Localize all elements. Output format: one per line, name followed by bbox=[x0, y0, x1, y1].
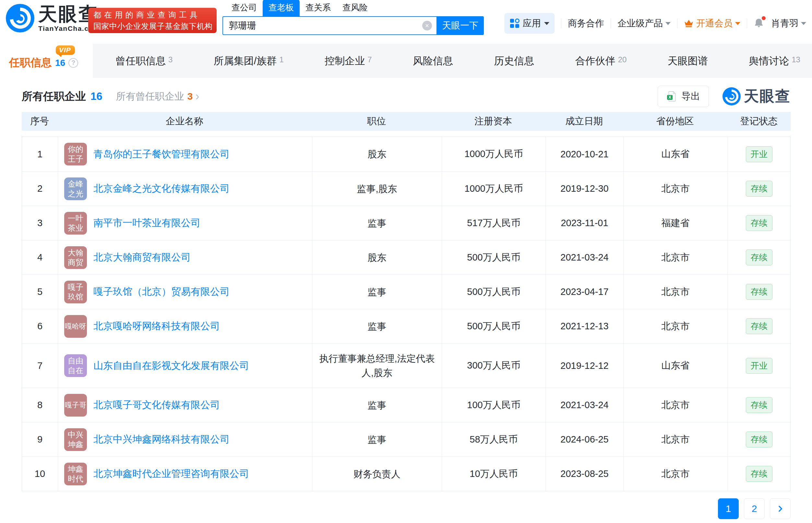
province-text: 福建省 bbox=[662, 217, 690, 230]
excel-icon: X bbox=[666, 91, 678, 102]
tianyancha-swirl-icon bbox=[722, 87, 741, 105]
tab-past-employment[interactable]: 曾任职信息 3 bbox=[115, 54, 172, 68]
position-text: 股东 bbox=[368, 147, 387, 161]
row-index: 4 bbox=[37, 252, 42, 263]
help-icon[interactable]: ? bbox=[69, 58, 78, 68]
company-link[interactable]: 北京大翰商贸有限公司 bbox=[93, 251, 191, 264]
company-link[interactable]: 嘎子玖馆（北京）贸易有限公司 bbox=[93, 285, 229, 299]
next-page-button[interactable] bbox=[770, 498, 791, 519]
promo-line1: 都在用的商业查询工具 bbox=[93, 9, 211, 20]
past-companies-label: 所有曾任职企业 bbox=[116, 90, 184, 103]
company-link[interactable]: 北京坤鑫时代企业管理咨询有限公司 bbox=[93, 467, 249, 481]
table-body: 1 你的王子 青岛你的王子餐饮管理有限公司 股东 1000万人民币 2020-1… bbox=[22, 137, 791, 491]
tab-group[interactable]: 所属集团/族群 1 bbox=[214, 54, 284, 68]
user-menu[interactable]: 肖青羽 bbox=[771, 17, 806, 30]
apps-button[interactable]: 应用 bbox=[504, 13, 555, 34]
tab-label: 天眼图谱 bbox=[668, 54, 708, 68]
notification-bell[interactable] bbox=[754, 18, 765, 29]
province-text: 北京市 bbox=[662, 399, 690, 412]
past-companies-count: 3 bbox=[187, 91, 193, 102]
section-count: 16 bbox=[91, 90, 103, 103]
province-text: 山东省 bbox=[662, 148, 690, 161]
established-date-text: 2019-12-30 bbox=[560, 183, 608, 194]
tab-graph[interactable]: 天眼图谱 bbox=[668, 54, 708, 68]
divider bbox=[747, 18, 747, 28]
table-row: 5 嘎子玖馆 嘎子玖馆（北京）贸易有限公司 监事 500万人民币 2023-04… bbox=[22, 274, 790, 309]
company-link[interactable]: 北京中兴坤鑫网络科技有限公司 bbox=[93, 433, 229, 446]
row-index: 8 bbox=[37, 400, 42, 410]
search-tab-company[interactable]: 查公司 bbox=[226, 0, 263, 16]
menu-item-vip[interactable]: 开通会员 bbox=[684, 17, 740, 30]
table-row: 4 大翰商贸 北京大翰商贸有限公司 股东 500万人民币 2021-03-24 … bbox=[22, 240, 790, 274]
table-header-row: 序号 企业名称 职位 注册资本 成立日期 省份地区 登记状态 bbox=[22, 112, 791, 131]
search-input[interactable] bbox=[222, 16, 437, 35]
tab-count: 13 bbox=[792, 55, 800, 64]
province-text: 北京市 bbox=[662, 251, 690, 264]
table-row: 7 自由自在 山东自由自在影视文化发展有限公司 执行董事兼总经理,法定代表人,股… bbox=[22, 343, 790, 388]
clear-icon[interactable]: ✕ bbox=[422, 21, 432, 31]
tab-partners[interactable]: 合作伙伴 20 bbox=[575, 54, 627, 68]
tianyancha-logo[interactable]: 天眼查 TianYanCha.com bbox=[6, 4, 100, 33]
menu-label: 开通会员 bbox=[696, 17, 733, 30]
search-tab-risk[interactable]: 查风险 bbox=[337, 0, 373, 16]
position-text: 监事 bbox=[368, 319, 387, 333]
status-badge: 存续 bbox=[746, 250, 772, 265]
search-tab-boss[interactable]: 查老板 bbox=[263, 0, 300, 16]
province-text: 北京市 bbox=[662, 320, 690, 333]
export-button[interactable]: X 导出 bbox=[658, 86, 709, 107]
page-button-2[interactable]: 2 bbox=[744, 498, 765, 519]
search-tab-relation[interactable]: 查关系 bbox=[300, 0, 337, 16]
company-link[interactable]: 北京嘎子哥文化传媒有限公司 bbox=[93, 398, 220, 412]
established-date-text: 2023-04-17 bbox=[560, 287, 608, 297]
table-row: 6 嘎哈呀 北京嘎哈呀网络科技有限公司 监事 500万人民币 2021-12-1… bbox=[22, 309, 790, 343]
company-logo: 一叶茶业 bbox=[64, 212, 87, 235]
tab-employment-info[interactable]: VIP 任职信息 16 ? bbox=[0, 44, 93, 78]
section-title: 所有任职企业 bbox=[22, 89, 86, 104]
capital-text: 58万人民币 bbox=[469, 433, 518, 446]
tab-count: 7 bbox=[367, 55, 372, 64]
menu-item-business[interactable]: 商务合作 bbox=[568, 17, 604, 30]
position-text: 监事,股东 bbox=[357, 182, 397, 196]
company-logo: 坤鑫时代 bbox=[64, 463, 87, 485]
table-row: 3 一叶茶业 南平市一叶茶业有限公司 监事 517万人民币 2023-11-01… bbox=[22, 206, 790, 240]
tab-label: 曾任职信息 bbox=[115, 54, 166, 68]
search-button[interactable]: 天眼一下 bbox=[437, 16, 484, 35]
menu-label: 企业级产品 bbox=[617, 17, 663, 30]
company-logo: 嘎子玖馆 bbox=[64, 281, 87, 303]
tab-history-info[interactable]: 历史信息 bbox=[494, 54, 534, 68]
capital-text: 100万人民币 bbox=[467, 399, 520, 412]
chevron-down-icon bbox=[801, 22, 806, 25]
section-header: 所有任职企业 16 所有曾任职企业 3 › X 导出 天眼查 bbox=[22, 86, 791, 107]
established-date-text: 2021-12-13 bbox=[560, 321, 608, 331]
status-badge: 存续 bbox=[746, 181, 772, 197]
apps-label: 应用 bbox=[523, 17, 541, 30]
company-link[interactable]: 北京嘎哈呀网络科技有限公司 bbox=[93, 320, 220, 333]
status-badge: 存续 bbox=[746, 215, 772, 231]
page-button-1[interactable]: 1 bbox=[718, 498, 739, 519]
tab-controlled-companies[interactable]: 控制企业 7 bbox=[325, 54, 372, 68]
tab-public-opinion[interactable]: 舆情讨论 13 bbox=[749, 54, 800, 68]
top-header: 天眼查 TianYanCha.com 都在用的商业查询工具 国家中小企业发展子基… bbox=[0, 0, 812, 44]
chevron-right-icon bbox=[776, 505, 785, 513]
province-text: 北京市 bbox=[662, 286, 690, 299]
row-index: 5 bbox=[37, 287, 42, 297]
capital-text: 10万人民币 bbox=[469, 468, 518, 481]
position-text: 财务负责人 bbox=[353, 467, 401, 481]
company-link[interactable]: 北京金峰之光文化传媒有限公司 bbox=[93, 182, 229, 195]
tab-risk-info[interactable]: 风险信息 bbox=[413, 54, 453, 68]
menu-item-enterprise[interactable]: 企业级产品 bbox=[617, 17, 671, 30]
tab-count: 1 bbox=[279, 55, 283, 64]
established-date-text: 2021-03-24 bbox=[560, 252, 608, 263]
province-text: 北京市 bbox=[662, 182, 690, 195]
capital-text: 517万人民币 bbox=[467, 217, 520, 230]
past-companies-link[interactable]: 所有曾任职企业 3 › bbox=[116, 90, 199, 103]
row-index: 10 bbox=[35, 469, 45, 479]
company-link[interactable]: 山东自由自在影视文化发展有限公司 bbox=[93, 359, 249, 373]
promo-badge: 都在用的商业查询工具 国家中小企业发展子基金旗下机构 bbox=[88, 8, 217, 33]
company-logo: 自由自在 bbox=[64, 354, 87, 377]
company-link[interactable]: 青岛你的王子餐饮管理有限公司 bbox=[93, 148, 229, 161]
status-badge: 存续 bbox=[746, 466, 772, 482]
province-text: 北京市 bbox=[662, 433, 690, 446]
row-index: 7 bbox=[37, 360, 42, 371]
company-link[interactable]: 南平市一叶茶业有限公司 bbox=[93, 216, 200, 230]
